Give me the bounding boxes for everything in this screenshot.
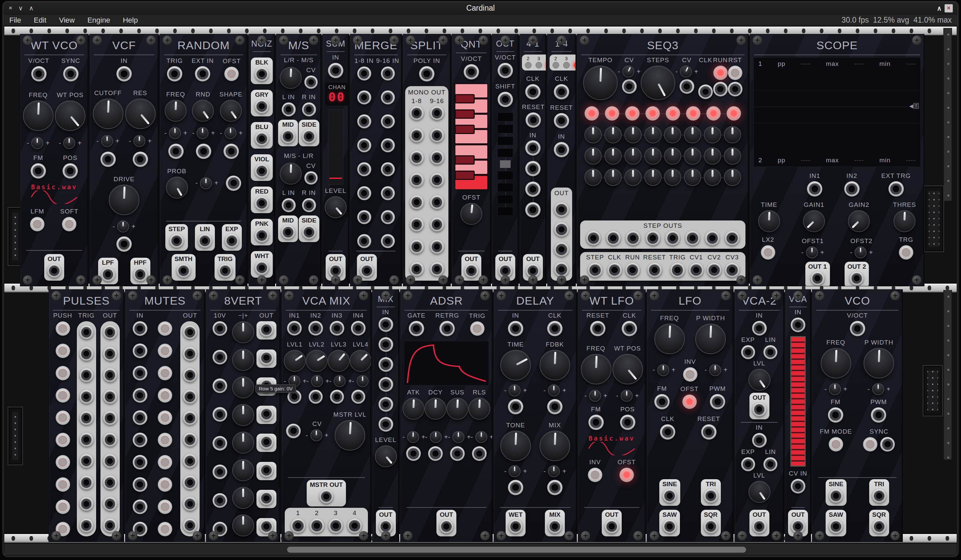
jack[interactable] <box>226 176 241 191</box>
jack-fm[interactable] <box>588 415 604 430</box>
trim-knob[interactable] <box>548 384 560 396</box>
jack[interactable] <box>133 410 147 425</box>
trim-knob[interactable] <box>200 177 212 189</box>
led-button[interactable] <box>157 366 172 380</box>
octave-segment[interactable] <box>497 148 513 157</box>
jack[interactable] <box>116 236 132 252</box>
octave-segment[interactable] <box>500 160 511 168</box>
knob-res[interactable] <box>125 98 156 129</box>
trim-knob[interactable] <box>133 135 145 147</box>
jack-cv2[interactable] <box>707 263 722 278</box>
raise-window-icon[interactable]: ∧ <box>937 4 940 12</box>
module-lfo[interactable]: LFOFREQP WIDTH-+INV-+FMOFSTPWMCLKRESETSI… <box>647 289 733 542</box>
jack[interactable] <box>212 407 227 422</box>
knob-atk[interactable] <box>402 398 424 420</box>
knob-ofst[interactable] <box>460 203 482 225</box>
jack[interactable] <box>183 390 197 404</box>
octave-segment[interactable] <box>497 112 513 121</box>
jack[interactable] <box>309 390 323 404</box>
led-button[interactable] <box>56 477 70 492</box>
jack[interactable] <box>79 411 93 425</box>
trim-knob[interactable] <box>680 66 692 77</box>
trim-knob[interactable] <box>509 384 521 396</box>
knob-sus[interactable] <box>447 398 468 420</box>
jack[interactable] <box>133 477 147 492</box>
led-button-soft[interactable] <box>62 217 77 231</box>
jack-out-2[interactable] <box>850 271 863 285</box>
led-button[interactable] <box>56 366 70 380</box>
jack-in2[interactable] <box>309 321 323 335</box>
jack-wet[interactable] <box>509 520 522 533</box>
jack[interactable] <box>728 82 742 96</box>
jack-tri[interactable] <box>704 489 718 503</box>
module-scope[interactable]: SCOPE1pp----max----min----◀T2pp----max--… <box>750 34 924 286</box>
knob[interactable] <box>724 126 741 143</box>
jack-step-4[interactable] <box>646 231 660 246</box>
knob-fdbk[interactable] <box>540 350 570 380</box>
knob[interactable] <box>704 126 721 143</box>
knob[interactable] <box>232 459 254 481</box>
module-split[interactable]: SPLITPOLY INMONO OUT1-89-16++++ <box>403 34 451 286</box>
jack[interactable] <box>79 368 93 382</box>
jack-lin[interactable] <box>763 345 778 359</box>
jack[interactable] <box>286 424 301 438</box>
module-m-s[interactable]: M/SL/R - M/SCVL INR INMIDSIDEM/S - L/RCV… <box>276 34 321 286</box>
led-button[interactable] <box>605 106 619 121</box>
scrollbar-thumb[interactable] <box>287 547 746 553</box>
jack[interactable] <box>223 144 239 159</box>
jack-step[interactable] <box>170 234 183 248</box>
jack[interactable] <box>698 85 713 99</box>
jack[interactable] <box>381 186 395 200</box>
key-black[interactable] <box>455 109 475 119</box>
trim-knob[interactable] <box>872 383 884 395</box>
channel-selector[interactable]: 234 <box>522 55 546 71</box>
jack-2[interactable] <box>310 518 324 533</box>
jack-pwm[interactable] <box>871 408 886 423</box>
knob-lvl[interactable] <box>749 369 770 391</box>
jack[interactable] <box>357 90 371 104</box>
jack-l-in[interactable] <box>282 198 296 212</box>
led-button-fm-mode[interactable] <box>829 437 843 452</box>
module-sum[interactable]: SUMINCHAN00LEVELOUT++ <box>322 34 349 286</box>
jack[interactable] <box>381 138 395 152</box>
jack-in[interactable] <box>116 66 132 82</box>
jack[interactable] <box>357 210 371 224</box>
jack-clk[interactable] <box>525 84 540 99</box>
trim-knob[interactable] <box>622 66 634 77</box>
jack-cv3[interactable] <box>725 263 739 278</box>
jack-blk[interactable] <box>255 67 269 81</box>
knob[interactable] <box>724 147 741 165</box>
jack-exp[interactable] <box>741 345 755 359</box>
knob-dcy[interactable] <box>424 398 447 420</box>
led-button[interactable] <box>645 106 660 121</box>
led-button[interactable] <box>625 106 640 121</box>
jack[interactable] <box>357 114 371 128</box>
jack-1-8-out[interactable] <box>410 151 424 165</box>
jack-exp[interactable] <box>741 457 755 471</box>
knob-wt-pos[interactable] <box>55 100 85 131</box>
jack-r-in[interactable] <box>302 103 316 116</box>
jack-wht[interactable] <box>255 261 269 275</box>
led-button[interactable] <box>726 106 741 121</box>
jack-step[interactable] <box>588 263 603 278</box>
jack-out[interactable] <box>259 323 273 337</box>
jack-side[interactable] <box>302 129 316 143</box>
jack[interactable] <box>381 210 395 224</box>
knob[interactable] <box>232 321 254 343</box>
jack[interactable] <box>379 357 393 372</box>
knob-freq[interactable] <box>821 348 851 379</box>
jack[interactable] <box>183 518 197 533</box>
jack[interactable] <box>330 390 344 404</box>
module-vca[interactable]: VCAINCV INOUT++ <box>785 289 811 542</box>
jack-reset[interactable] <box>525 112 541 128</box>
jack-pos[interactable] <box>63 163 78 178</box>
jack[interactable] <box>622 79 637 94</box>
knob[interactable] <box>232 404 254 426</box>
jack-cv[interactable] <box>304 75 318 89</box>
jack-red[interactable] <box>255 196 269 210</box>
jack[interactable] <box>357 66 371 80</box>
jack-sine[interactable] <box>829 489 843 503</box>
octave-segment[interactable] <box>497 207 513 216</box>
jack[interactable] <box>196 144 211 159</box>
jack-in[interactable] <box>508 321 523 336</box>
